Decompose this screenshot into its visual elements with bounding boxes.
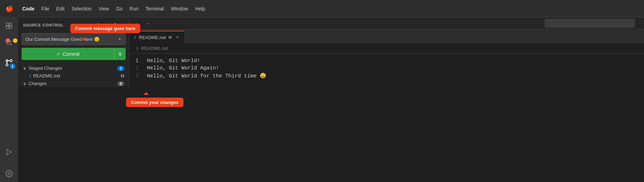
staged-changes-badge: 1 (117, 66, 124, 71)
svg-rect-0 (6, 23, 9, 25)
line-number-3: 3 (129, 73, 147, 79)
breadcrumb-info-icon: ℹ (136, 46, 138, 51)
commit-input-text: Our Commit Message Goes Here 😊 (25, 37, 100, 42)
editor-nav: ← → (129, 17, 644, 29)
menu-go[interactable]: Go (116, 6, 123, 12)
menu-selection[interactable]: Selection (72, 6, 92, 12)
staged-filename: README.md (33, 73, 60, 78)
editor-tabs: ℹ README.md M ✕ (129, 29, 644, 43)
menu-run[interactable]: Run (129, 6, 139, 12)
tab-info-icon: ℹ (134, 35, 136, 40)
explorer-activity-icon[interactable] (4, 21, 14, 31)
file-info-icon: ℹ (29, 73, 31, 78)
commit-button-label: Commit (63, 51, 79, 57)
editor-code: 1 Hello, Git World! 2 Hello, Git World A… (129, 54, 644, 83)
line-content-2: Hello, Git World Again! (147, 65, 219, 71)
changes-label: Changes (29, 81, 47, 86)
svg-marker-9 (7, 149, 11, 155)
editor-area: ← → ℹ README.md M ✕ ℹ README.md 1 Hello,… (129, 17, 644, 182)
changes-badge: 0 (117, 81, 124, 86)
run-activity-icon[interactable] (4, 147, 14, 157)
svg-point-4 (7, 40, 11, 45)
line-number-2: 2 (129, 65, 147, 71)
svg-line-5 (10, 44, 12, 45)
staged-changes-label: Staged Changes (29, 66, 62, 71)
svg-point-10 (8, 173, 10, 175)
breadcrumb-text: README.md (141, 46, 168, 51)
source-control-activity-icon[interactable]: 1 (4, 58, 14, 68)
app-name: Code (22, 6, 34, 12)
line-number-1: 1 (129, 58, 147, 63)
commit-button[interactable]: ✓ Commit (22, 48, 114, 60)
title-bar: 🍎 Code File Edit Selection View Go Run T… (0, 0, 644, 17)
svg-rect-2 (6, 26, 9, 29)
tab-filename: README.md (139, 35, 166, 40)
staged-changes-section[interactable]: ∨ Staged Changes 1 (18, 64, 129, 72)
sparkle-icon: ✦ (118, 36, 122, 42)
tab-modified-indicator: M (168, 35, 172, 39)
menu-terminal[interactable]: Terminal (146, 6, 164, 12)
code-line-2: 2 Hello, Git World Again! (129, 65, 644, 72)
file-status-modified: M (121, 74, 124, 78)
nav-forward-button[interactable]: → (145, 20, 150, 26)
staged-chevron-icon: ∨ (23, 66, 26, 71)
changes-section[interactable]: ∨ Changes 0 (18, 79, 129, 88)
tab-close-icon[interactable]: ✕ (176, 35, 179, 40)
search-activity-icon[interactable] (4, 38, 14, 47)
svg-point-8 (6, 64, 8, 66)
settings-activity-icon[interactable] (4, 169, 14, 179)
menu-file[interactable]: File (41, 6, 49, 12)
commit-dropdown-button[interactable]: ∨ (114, 48, 126, 60)
app-body: 1 Commit message goes here SOURCE CONTRO… (0, 17, 644, 182)
apple-logo-icon: 🍎 (6, 5, 13, 13)
chevron-down-icon: ∨ (118, 51, 122, 57)
menu-view[interactable]: View (99, 6, 109, 12)
menu-window[interactable]: Window (171, 6, 188, 12)
sidebar-wrapper: Commit message goes here SOURCE CONTROL … (18, 17, 129, 182)
menu-help[interactable]: Help (195, 6, 205, 12)
line-content-1: Hello, Git World! (147, 58, 200, 64)
sidebar-title: SOURCE CONTROL (23, 23, 64, 27)
changes-chevron-icon: ∨ (23, 81, 26, 86)
code-line-1: 1 Hello, Git World! (129, 57, 644, 65)
commit-message-input[interactable]: Our Commit Message Goes Here 😊 ✦ (22, 33, 126, 45)
editor-breadcrumb: ℹ README.md (129, 43, 644, 54)
line-content-3: Hello, Git World for the Third time 😄 (147, 73, 266, 79)
svg-rect-1 (9, 23, 12, 25)
svg-rect-3 (9, 26, 12, 29)
annotation-commit-changes: Commit your changes (126, 98, 183, 107)
code-line-3: 3 Hello, Git World for the Third time 😄 (129, 72, 644, 80)
annotation-commit-message: Commit message goes here (70, 24, 140, 33)
commit-button-group: ✓ Commit ∨ (22, 48, 126, 60)
staged-file-readme[interactable]: ℹ README.md M (18, 72, 129, 79)
menu-edit[interactable]: Edit (56, 6, 65, 12)
commit-checkmark-icon: ✓ (56, 51, 61, 57)
source-control-badge: 1 (10, 63, 15, 69)
svg-point-7 (10, 60, 12, 62)
